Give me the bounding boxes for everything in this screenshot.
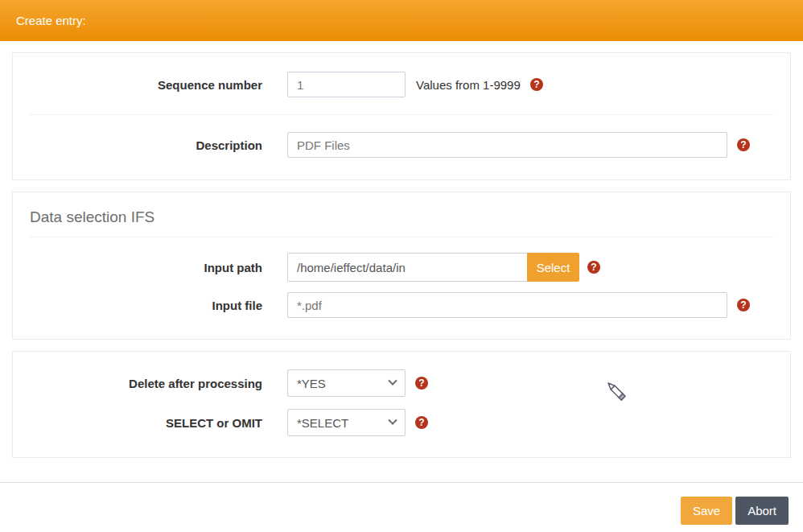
section-title-data-selection-ifs: Data selection IFS bbox=[29, 192, 774, 237]
sequence-number-label: Sequence number bbox=[29, 78, 262, 92]
footer-actions: Save Abort bbox=[0, 483, 803, 532]
help-icon[interactable]: ? bbox=[530, 78, 543, 91]
description-input[interactable] bbox=[287, 132, 727, 158]
input-path-label: Input path bbox=[29, 261, 262, 274]
input-file-label: Input file bbox=[29, 299, 262, 312]
help-icon[interactable]: ? bbox=[415, 377, 428, 390]
select-or-omit-select[interactable]: *SELECT bbox=[287, 409, 406, 436]
delete-after-processing-row: Delete after processing *YES ? bbox=[29, 369, 774, 397]
chevron-down-icon bbox=[388, 377, 397, 386]
page-header: Create entry: bbox=[0, 0, 803, 41]
help-icon[interactable]: ? bbox=[737, 138, 750, 151]
help-icon[interactable]: ? bbox=[587, 261, 600, 274]
sequence-number-row: Sequence number Values from 1-9999 ? bbox=[29, 72, 774, 97]
input-path-input[interactable] bbox=[287, 253, 527, 282]
save-button[interactable]: Save bbox=[681, 497, 732, 525]
select-or-omit-value: *SELECT bbox=[297, 416, 348, 430]
description-label: Description bbox=[29, 138, 262, 152]
sequence-number-hint: Values from 1-9999 bbox=[416, 78, 521, 92]
panel-options: Delete after processing *YES ? SELECT or… bbox=[12, 351, 791, 458]
delete-after-processing-value: *YES bbox=[297, 377, 326, 390]
input-file-input[interactable] bbox=[287, 292, 727, 318]
page-title: Create entry: bbox=[16, 14, 86, 27]
sequence-number-input[interactable] bbox=[287, 72, 406, 97]
select-or-omit-row: SELECT or OMIT *SELECT ? bbox=[29, 409, 774, 436]
input-file-row: Input file ? bbox=[29, 292, 774, 318]
description-row: Description ? bbox=[29, 132, 774, 158]
input-path-group: Select bbox=[287, 253, 579, 282]
panel-general: Sequence number Values from 1-9999 ? Des… bbox=[12, 52, 791, 180]
row-divider bbox=[30, 114, 773, 115]
chevron-down-icon bbox=[388, 416, 397, 425]
delete-after-processing-label: Delete after processing bbox=[29, 377, 262, 390]
form-container: Sequence number Values from 1-9999 ? Des… bbox=[12, 52, 791, 458]
select-path-button[interactable]: Select bbox=[527, 253, 579, 282]
help-icon[interactable]: ? bbox=[737, 299, 750, 311]
delete-after-processing-select[interactable]: *YES bbox=[287, 369, 406, 397]
input-path-row: Input path Select ? bbox=[29, 253, 774, 282]
abort-button[interactable]: Abort bbox=[735, 497, 789, 525]
select-or-omit-label: SELECT or OMIT bbox=[29, 416, 262, 430]
help-icon[interactable]: ? bbox=[415, 416, 428, 429]
panel-data-selection-ifs: Data selection IFS Input path Select ? I… bbox=[12, 192, 791, 340]
